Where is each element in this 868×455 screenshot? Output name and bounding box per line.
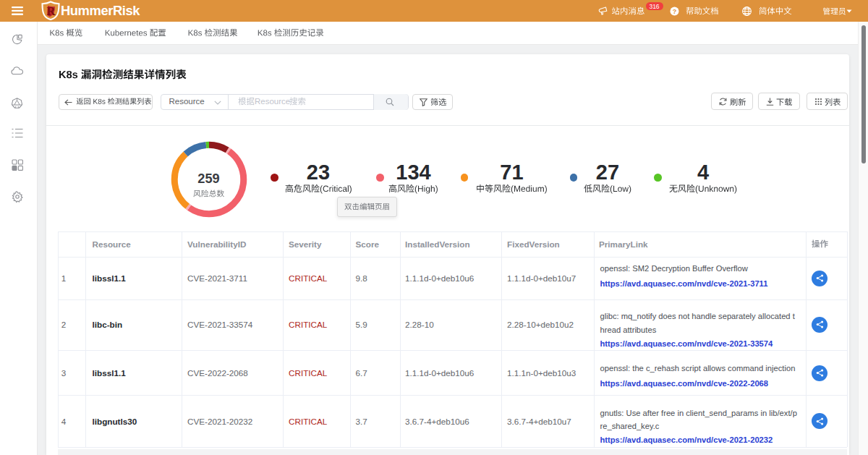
svg-text:?: ? (673, 7, 677, 14)
svg-text:R: R (46, 4, 56, 18)
